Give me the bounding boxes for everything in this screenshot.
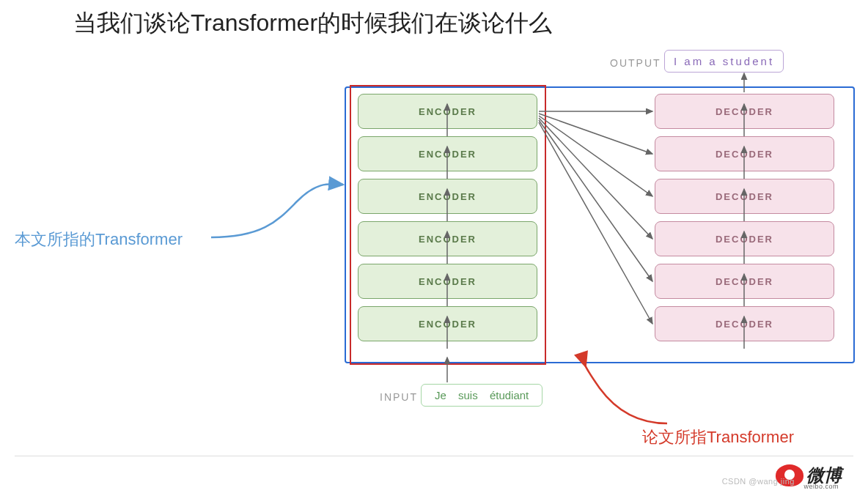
decoder-block: DECODER bbox=[655, 264, 834, 299]
encoder-stack: ENCODER ENCODER ENCODER ENCODER ENCODER … bbox=[358, 94, 537, 341]
input-token: Je bbox=[435, 389, 446, 401]
annotation-right: 论文所指Transformer bbox=[642, 426, 794, 448]
input-box: Je suis étudiant bbox=[421, 384, 542, 407]
weibo-domain: weibo.com bbox=[803, 483, 839, 490]
divider bbox=[15, 456, 853, 456]
input-token: étudiant bbox=[490, 389, 529, 401]
output-label: OUTPUT bbox=[610, 57, 661, 69]
encoder-block: ENCODER bbox=[358, 179, 537, 214]
encoder-block: ENCODER bbox=[358, 264, 537, 299]
decoder-block: DECODER bbox=[655, 136, 834, 171]
annotation-left: 本文所指的Transformer bbox=[15, 229, 183, 251]
decoder-block: DECODER bbox=[655, 221, 834, 256]
input-label: INPUT bbox=[380, 391, 418, 403]
output-box: I am a student bbox=[664, 50, 784, 73]
decoder-block: DECODER bbox=[655, 306, 834, 341]
page-title: 当我们谈论Transformer的时候我们在谈论什么 bbox=[73, 7, 552, 40]
encoder-block: ENCODER bbox=[358, 94, 537, 129]
encoder-block: ENCODER bbox=[358, 221, 537, 256]
decoder-block: DECODER bbox=[655, 179, 834, 214]
decoder-stack: DECODER DECODER DECODER DECODER DECODER … bbox=[655, 94, 834, 341]
decoder-block: DECODER bbox=[655, 94, 834, 129]
input-token: suis bbox=[458, 389, 478, 401]
encoder-block: ENCODER bbox=[358, 136, 537, 171]
csdn-watermark: CSDN @wang jing bbox=[722, 477, 795, 486]
encoder-block: ENCODER bbox=[358, 306, 537, 341]
